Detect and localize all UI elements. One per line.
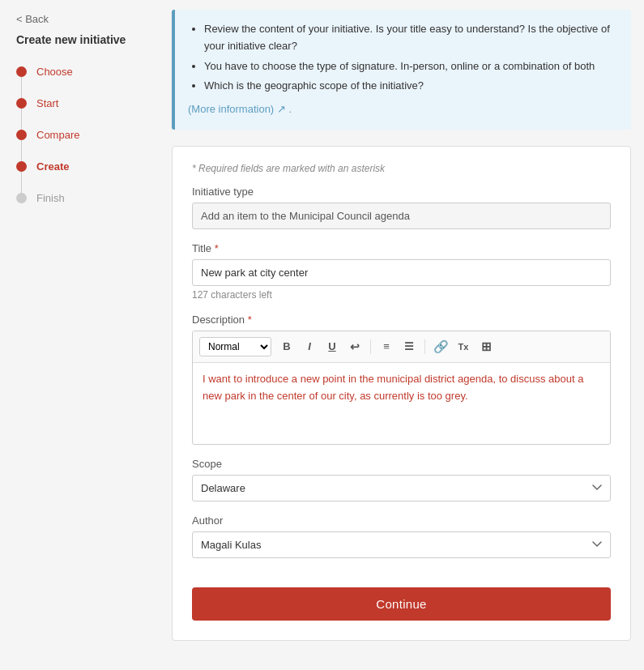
back-link[interactable]: < Back bbox=[16, 13, 146, 25]
author-label: Author bbox=[192, 514, 611, 527]
editor-content-area[interactable]: I want to introduce a new point in the m… bbox=[193, 363, 610, 444]
required-note: * Required fields are marked with an ast… bbox=[192, 163, 611, 174]
step-dot-finish bbox=[16, 193, 27, 203]
continue-button[interactable]: Continue bbox=[192, 587, 611, 621]
fullscreen-button[interactable]: ⊞ bbox=[476, 336, 497, 357]
step-label-start: Start bbox=[36, 97, 58, 109]
author-select[interactable]: Magali Kulas bbox=[192, 531, 611, 558]
char-count: 127 characters left bbox=[192, 289, 611, 301]
step-label-create: Create bbox=[36, 160, 69, 173]
scope-group: Scope Delaware Global Local bbox=[192, 458, 611, 501]
step-dot-compare bbox=[16, 130, 27, 140]
step-item-create[interactable]: Create bbox=[16, 160, 146, 173]
author-group: Author Magali Kulas bbox=[192, 514, 611, 558]
underline-button[interactable]: U bbox=[322, 336, 343, 357]
initiative-type-label: Initiative type bbox=[192, 186, 611, 198]
initiative-type-group: Initiative type Add an item to the Munic… bbox=[192, 186, 611, 229]
editor-text: I want to introduce a new point in the m… bbox=[203, 373, 583, 402]
steps-list: ChooseStartCompareCreateFinish bbox=[16, 66, 146, 204]
toolbar-divider-2 bbox=[424, 339, 425, 354]
page-title: Create new initiative bbox=[16, 33, 146, 46]
title-input[interactable] bbox=[192, 259, 611, 286]
form-card: * Required fields are marked with an ast… bbox=[172, 146, 631, 641]
step-item-finish: Finish bbox=[16, 192, 146, 204]
rich-text-editor: Normal Heading 1 Heading 2 Heading 3 B I… bbox=[192, 331, 611, 445]
clear-format-button[interactable]: Tx bbox=[453, 336, 474, 357]
step-dot-choose bbox=[16, 66, 27, 77]
step-label-choose: Choose bbox=[36, 66, 73, 78]
link-back-button[interactable]: ↩ bbox=[344, 336, 365, 357]
ordered-list-button[interactable]: ≡ bbox=[376, 336, 397, 357]
step-item-start[interactable]: Start bbox=[16, 97, 146, 109]
title-group: Title * 127 characters left bbox=[192, 242, 611, 301]
unordered-list-button[interactable]: ☰ bbox=[399, 336, 420, 357]
info-bullet: Review the content of your initiative. I… bbox=[204, 21, 618, 55]
main-content: Review the content of your initiative. I… bbox=[162, 0, 644, 670]
description-required-marker: * bbox=[248, 314, 252, 326]
step-label-finish: Finish bbox=[36, 192, 65, 204]
more-info-link[interactable]: (More information) ↗ . bbox=[188, 101, 618, 118]
step-dot-start bbox=[16, 98, 27, 109]
description-label: Description * bbox=[192, 314, 611, 326]
step-label-compare: Compare bbox=[36, 129, 79, 141]
step-item-compare[interactable]: Compare bbox=[16, 129, 146, 141]
scope-select[interactable]: Delaware Global Local bbox=[192, 475, 611, 501]
info-bullets: Review the content of your initiative. I… bbox=[188, 21, 618, 95]
editor-toolbar: Normal Heading 1 Heading 2 Heading 3 B I… bbox=[193, 331, 610, 363]
hyperlink-button[interactable]: 🔗 bbox=[430, 336, 451, 357]
description-group: Description * Normal Heading 1 Heading 2… bbox=[192, 314, 611, 445]
info-bullet: You have to choose the type of signature… bbox=[204, 58, 618, 75]
bold-button[interactable]: B bbox=[276, 336, 297, 357]
italic-button[interactable]: I bbox=[299, 336, 320, 357]
info-bullet: Which is the geographic scope of the ini… bbox=[204, 78, 618, 95]
title-required-marker: * bbox=[215, 242, 219, 254]
info-box: Review the content of your initiative. I… bbox=[172, 10, 631, 130]
format-select[interactable]: Normal Heading 1 Heading 2 Heading 3 bbox=[199, 337, 271, 356]
title-label: Title * bbox=[192, 242, 611, 254]
step-dot-create bbox=[16, 161, 27, 172]
step-item-choose[interactable]: Choose bbox=[16, 66, 146, 78]
scope-label: Scope bbox=[192, 458, 611, 470]
initiative-type-value: Add an item to the Municipal Council age… bbox=[192, 203, 611, 229]
toolbar-divider-1 bbox=[370, 339, 371, 354]
sidebar: < Back Create new initiative ChooseStart… bbox=[0, 0, 162, 670]
